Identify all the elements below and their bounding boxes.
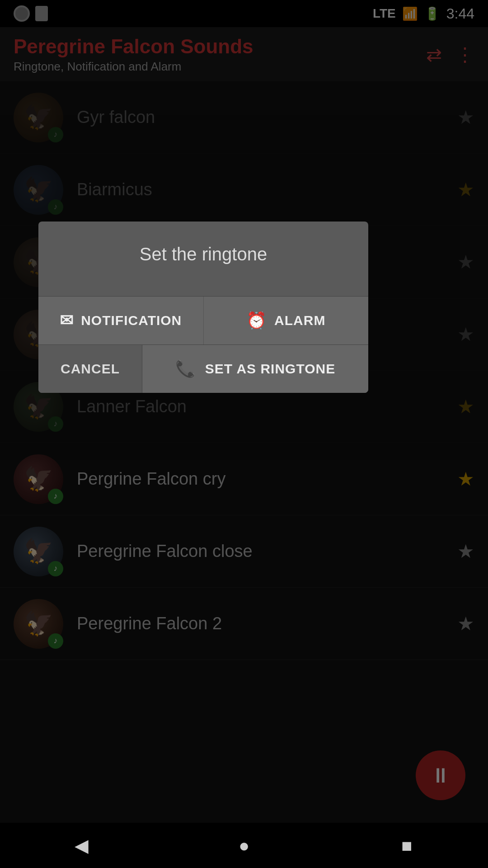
alarm-label: ALARM — [274, 313, 325, 328]
home-button[interactable]: ● — [221, 832, 267, 859]
alarm-button[interactable]: ⏰ ALARM — [204, 297, 369, 344]
cancel-button[interactable]: CANCEL — [38, 345, 142, 393]
dialog-title: Set the ringtone — [38, 222, 368, 296]
ringtone-label: SET AS RINGTONE — [205, 361, 335, 377]
dialog-backdrop — [0, 0, 488, 823]
cancel-label: CANCEL — [61, 361, 120, 377]
notification-icon: ✉ — [60, 311, 74, 330]
recents-button[interactable]: ■ — [384, 832, 429, 859]
notification-button[interactable]: ✉ NOTIFICATION — [38, 297, 204, 344]
set-ringtone-button[interactable]: 📞 SET AS RINGTONE — [142, 345, 368, 393]
ringtone-dialog: Set the ringtone ✉ NOTIFICATION ⏰ ALARM … — [38, 222, 368, 393]
dialog-row-1: ✉ NOTIFICATION ⏰ ALARM — [38, 296, 368, 344]
dialog-row-2: CANCEL 📞 SET AS RINGTONE — [38, 344, 368, 393]
notification-label: NOTIFICATION — [81, 313, 182, 328]
phone-icon: 📞 — [175, 359, 196, 378]
nav-bar: ◀ ● ■ — [0, 823, 488, 868]
alarm-icon: ⏰ — [246, 311, 267, 330]
back-button[interactable]: ◀ — [59, 832, 104, 859]
